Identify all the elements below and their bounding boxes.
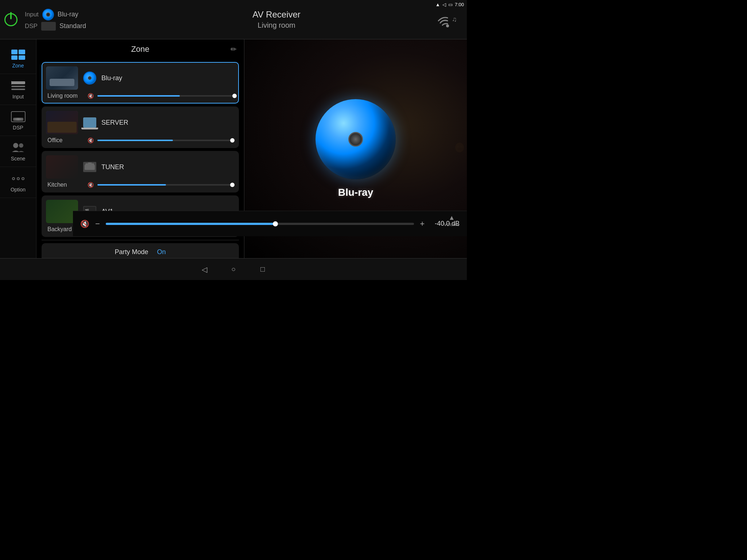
zone-source-icon-living-room xyxy=(82,71,97,85)
zone-card-kitchen[interactable]: TUNER Kitchen 🔇 xyxy=(42,151,239,192)
sidebar: Zone Input DSP xyxy=(0,39,36,258)
zone-card-top-living-room: Blu-ray xyxy=(46,66,235,90)
source-tuner-icon xyxy=(83,162,96,172)
power-button[interactable] xyxy=(0,0,22,39)
dsp-icon-area xyxy=(9,110,27,123)
bluray-disc-inner xyxy=(348,132,363,147)
zone-card-top-office: SERVER xyxy=(46,111,235,134)
volume-thumb-kitchen xyxy=(230,183,235,187)
wifi-music-svg: ♫ xyxy=(437,11,462,29)
tuner-svg xyxy=(83,162,96,172)
zone-room-name-kitchen: Kitchen xyxy=(47,182,84,188)
back-button[interactable]: ◁ xyxy=(195,260,213,279)
input-row[interactable]: Input Blu-ray xyxy=(25,9,86,20)
mute-icon-kitchen[interactable]: 🔇 xyxy=(88,182,94,188)
sidebar-input-label: Input xyxy=(12,94,24,100)
volume-mute-button[interactable]: 🔇 xyxy=(80,219,89,228)
volume-thumb-office xyxy=(230,138,235,143)
zone-source-name-kitchen: TUNER xyxy=(101,163,235,171)
zone-thumbnail-living-room xyxy=(46,66,78,90)
dsp-value: Standard xyxy=(59,22,86,30)
volume-plus-button[interactable]: + xyxy=(420,219,425,229)
volume-slider-main[interactable] xyxy=(106,223,414,225)
party-mode-label: Party Mode xyxy=(115,248,148,256)
sidebar-option-label: Option xyxy=(11,187,26,192)
zone-source-icon-kitchen xyxy=(82,160,97,174)
dsp-shape-icon xyxy=(11,111,26,122)
zone-source-icon-office xyxy=(82,115,97,130)
input-lines-icon xyxy=(11,81,25,90)
center-title: AV Receiver Living room xyxy=(86,9,467,30)
source-laptop-icon xyxy=(83,117,96,128)
zone-card-office[interactable]: SERVER Office 🔇 xyxy=(42,106,239,148)
volume-thumb-living-room xyxy=(232,94,237,98)
zone-card-bottom-kitchen: Kitchen 🔇 xyxy=(46,182,235,188)
thumb-office xyxy=(46,111,78,134)
zone-card-living-room[interactable]: Blu-ray Living room 🔇 xyxy=(42,62,239,104)
svg-point-15 xyxy=(458,148,461,150)
dsp-label: DSP xyxy=(25,23,38,30)
sidebar-zone-label: Zone xyxy=(12,63,24,69)
input-value: Blu-ray xyxy=(58,11,78,18)
svg-text:♫: ♫ xyxy=(452,16,457,23)
input-dsp-section: Input Blu-ray DSP Standard xyxy=(22,9,86,31)
volume-fill-kitchen xyxy=(97,184,166,186)
sidebar-item-option[interactable]: Option xyxy=(0,167,36,198)
av-receiver-subtitle: Living room xyxy=(86,21,467,30)
svg-point-13 xyxy=(457,145,459,148)
wifi-icon: ▲ xyxy=(436,2,440,7)
scene-icon-area xyxy=(9,141,27,154)
input-label: Input xyxy=(25,11,39,18)
zone-thumbnail-office xyxy=(46,111,78,134)
volume-fill-living-room xyxy=(97,95,180,97)
volume-label: Volume xyxy=(444,222,460,227)
party-mode-value: On xyxy=(157,248,166,256)
home-button[interactable]: ○ xyxy=(224,260,243,279)
sidebar-item-zone[interactable]: Zone xyxy=(0,43,36,74)
zone-source-name-office: SERVER xyxy=(101,119,235,127)
volume-slider-thumb xyxy=(273,221,278,226)
mute-icon-living-room[interactable]: 🔇 xyxy=(88,93,94,99)
power-icon xyxy=(4,13,18,26)
sidebar-item-input[interactable]: Input xyxy=(0,74,36,105)
sidebar-dsp-label: DSP xyxy=(13,125,23,131)
zone-card-bottom-living-room: Living room 🔇 xyxy=(46,93,235,99)
party-mode-button[interactable]: Party Mode On xyxy=(42,243,239,258)
sidebar-item-dsp[interactable]: DSP xyxy=(0,105,36,136)
input-icon-area xyxy=(9,79,27,92)
main-content: Zone ✏ Blu-ray Living room 🔇 xyxy=(36,39,467,258)
wifi-music-icon: ♫ xyxy=(435,9,464,31)
av-receiver-title: AV Receiver xyxy=(86,9,467,20)
volume-slider-kitchen[interactable] xyxy=(97,184,235,186)
bluray-label: Blu-ray xyxy=(338,187,373,198)
svg-point-3 xyxy=(19,143,23,148)
bottom-bar: ◁ ○ □ xyxy=(0,258,467,280)
sidebar-item-scene[interactable]: Scene xyxy=(0,136,36,167)
svg-point-0 xyxy=(446,24,449,27)
zone-title: Zone xyxy=(131,44,149,54)
volume-slider-living-room[interactable] xyxy=(97,95,235,97)
zone-room-name-office: Office xyxy=(47,137,84,144)
svg-point-12 xyxy=(455,143,464,152)
dsp-row[interactable]: DSP Standard xyxy=(25,22,86,31)
volume-slider-office[interactable] xyxy=(97,140,235,141)
source-disc-icon xyxy=(83,71,96,85)
mute-icon-office[interactable]: 🔇 xyxy=(88,137,94,143)
recent-button[interactable]: □ xyxy=(253,260,272,279)
sidebar-scene-label: Scene xyxy=(11,156,26,162)
input-disc-icon xyxy=(42,9,54,20)
divider xyxy=(42,240,239,240)
zone-grid-icon xyxy=(11,50,25,60)
volume-fill-office xyxy=(97,140,173,141)
zone-card-top-kitchen: TUNER xyxy=(46,155,235,179)
zone-header: Zone ✏ xyxy=(36,39,244,59)
edit-icon[interactable]: ✏ xyxy=(231,45,237,54)
volume-slider-fill xyxy=(106,223,275,225)
chevron-up-icon: ▲ xyxy=(448,214,455,222)
volume-footer: 🔇 − + -40.0 dB ▲ Volume xyxy=(73,211,467,236)
volume-minus-button[interactable]: − xyxy=(95,219,100,229)
battery-icon: ▭ xyxy=(448,2,453,7)
zone-source-name-living-room: Blu-ray xyxy=(101,74,235,82)
status-bar: ▲ ◁ ▭ 7:00 xyxy=(394,0,467,9)
volume-up-button[interactable]: ▲ Volume xyxy=(444,211,460,227)
